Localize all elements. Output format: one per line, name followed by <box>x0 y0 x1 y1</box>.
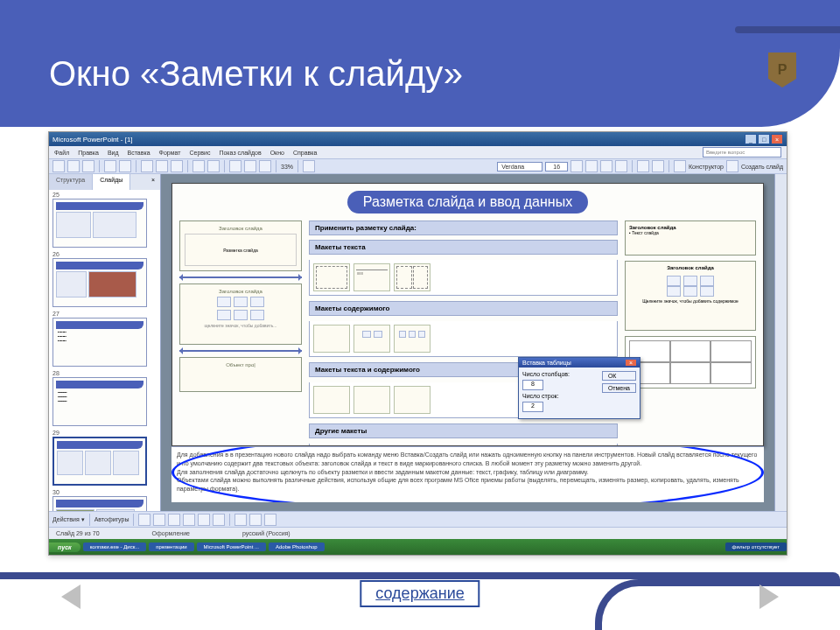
copy-icon[interactable] <box>156 160 168 172</box>
sample-slide: Объект про| <box>179 357 302 392</box>
rect-icon[interactable] <box>168 514 180 526</box>
layouts-text: ≡≡≡ <box>309 260 618 296</box>
align-center-icon[interactable] <box>652 160 664 172</box>
new-slide-label[interactable]: Создать слайд <box>741 164 783 170</box>
rows-input[interactable]: 2 <box>522 402 543 412</box>
layout-option[interactable]: ≡≡≡ <box>354 263 390 291</box>
scrollbar[interactable] <box>774 174 787 511</box>
dialog-close-icon[interactable]: × <box>626 360 636 366</box>
help-icon[interactable] <box>303 160 315 172</box>
taskbar-item[interactable]: Adobe Photoshop <box>269 542 325 551</box>
textbox-icon[interactable] <box>198 514 210 526</box>
font-name[interactable]: Verdana <box>497 162 542 172</box>
layout-option[interactable] <box>313 263 350 291</box>
font-size[interactable]: 16 <box>545 162 568 172</box>
new-icon[interactable] <box>52 160 65 172</box>
menu-edit[interactable]: Правка <box>78 150 99 156</box>
prev-slide-arrow[interactable] <box>61 584 80 609</box>
thumbnail-item[interactable]: 30 <box>52 489 157 511</box>
thumbnail-item[interactable]: 26 <box>52 251 157 307</box>
cut-icon[interactable] <box>141 160 153 172</box>
slide-editor: Разметка слайда и ввод данных Заголовок … <box>161 174 774 511</box>
thumbnail-item[interactable]: 29 <box>52 430 157 486</box>
standard-toolbar: 33% Verdana 16 Конструктор Создать слайд <box>49 158 787 174</box>
minimize-button[interactable]: _ <box>745 134 757 144</box>
menu-insert[interactable]: Вставка <box>128 150 150 156</box>
align-left-icon[interactable] <box>637 160 649 172</box>
paste-icon[interactable] <box>171 160 183 172</box>
open-icon[interactable] <box>67 160 80 172</box>
taskbar-item[interactable]: колпаки.exe - Диск... <box>83 542 147 551</box>
slide-canvas[interactable]: Разметка слайда и ввод данных Заголовок … <box>172 183 764 446</box>
chart-icon[interactable] <box>229 160 242 172</box>
design-label[interactable]: Конструктор <box>689 164 724 170</box>
oval-icon[interactable] <box>183 514 195 526</box>
layout-option[interactable] <box>394 386 430 414</box>
taskbar-item[interactable]: презентации <box>149 542 193 551</box>
taskbar-item[interactable]: Microsoft PowerPoint ... <box>197 542 266 551</box>
arrow-icon <box>179 350 302 352</box>
new-slide-icon[interactable] <box>726 160 738 172</box>
tab-slides[interactable]: Слайды <box>93 174 130 190</box>
tray[interactable]: фильтр отсутствует <box>725 542 787 551</box>
menu-format[interactable]: Формат <box>159 150 181 156</box>
autoshapes-label[interactable]: Автофигуры <box>94 516 130 522</box>
redo-icon[interactable] <box>207 160 220 172</box>
table-icon[interactable] <box>244 160 256 172</box>
menu-help[interactable]: Справка <box>293 150 317 156</box>
menu-slideshow[interactable]: Показ слайдов <box>219 150 261 156</box>
font-color-icon[interactable] <box>264 514 276 526</box>
thumbnail-item[interactable]: 27▪▪▪▪▪▪▪▪▪▪▪▪▪▪▪▪▪▪▪▪▪ <box>52 311 157 367</box>
cols-input[interactable]: 8 <box>522 380 543 390</box>
notes-pane[interactable]: Для добавления в в презентацию нового сл… <box>172 446 764 502</box>
start-button[interactable]: пуск <box>49 542 80 552</box>
arrow-icon[interactable] <box>153 514 165 526</box>
menu-window[interactable]: Окно <box>270 150 284 156</box>
pane-close-icon[interactable]: × <box>146 174 160 190</box>
layout-option[interactable] <box>354 325 390 353</box>
menu-view[interactable]: Вид <box>108 150 119 156</box>
thumbnail-list[interactable]: 25 26 27▪▪▪▪▪▪▪▪▪▪▪▪▪▪▪▪▪▪▪▪▪ 28━━━━━━━━… <box>49 190 160 511</box>
menu-tools[interactable]: Сервис <box>189 150 210 156</box>
window-titlebar: Microsoft PowerPoint - [1] _ □ × <box>49 132 787 146</box>
shadow-icon[interactable] <box>615 160 627 172</box>
inner-slide-title: Разметка слайда и ввод данных <box>347 191 588 214</box>
sample-slide: Заголовок слайдащелкните значок, чтобы д… <box>179 284 302 345</box>
italic-icon[interactable] <box>585 160 598 172</box>
preview-icon[interactable] <box>119 160 131 172</box>
callout-box: Заголовок слайда▪ Текст слайда <box>625 220 756 256</box>
section-text: Макеты текста <box>309 240 618 255</box>
bold-icon[interactable] <box>570 160 583 172</box>
cancel-button[interactable]: Отмена <box>602 383 636 393</box>
undo-icon[interactable] <box>192 160 205 172</box>
tab-outline[interactable]: Структура <box>49 174 93 190</box>
close-button[interactable]: × <box>771 134 783 144</box>
maximize-button[interactable]: □ <box>758 134 770 144</box>
line-icon[interactable] <box>138 514 150 526</box>
design-icon[interactable] <box>674 160 686 172</box>
layout-option[interactable] <box>313 386 350 414</box>
rows-label: Число строк: <box>522 393 559 399</box>
thumbnail-item[interactable]: 25 <box>52 192 157 248</box>
layout-option[interactable] <box>394 263 430 291</box>
slide-footer-line <box>0 572 840 579</box>
line-color-icon[interactable] <box>249 514 262 526</box>
wordart-icon[interactable] <box>213 514 225 526</box>
menu-file[interactable]: Файл <box>54 150 69 156</box>
thumbnail-item[interactable]: 28━━━━━━━━━━━━━━━ <box>52 370 157 426</box>
ok-button[interactable]: ОК <box>602 371 636 381</box>
callout-box: Заголовок слайдаЩелкните значок, чтобы д… <box>625 261 756 331</box>
hyperlink-icon[interactable] <box>259 160 271 172</box>
next-slide-arrow[interactable] <box>760 584 779 609</box>
fill-color-icon[interactable] <box>234 514 247 526</box>
ask-question-box[interactable]: Введите вопрос <box>703 147 781 158</box>
layout-option[interactable] <box>394 325 430 353</box>
zoom-value[interactable]: 33% <box>281 164 293 170</box>
print-icon[interactable] <box>104 160 116 172</box>
contents-button[interactable]: содержание <box>360 580 480 607</box>
layout-option[interactable] <box>313 325 350 353</box>
underline-icon[interactable] <box>600 160 612 172</box>
layout-option[interactable] <box>354 386 390 414</box>
status-design: Оформление <box>152 530 190 536</box>
save-icon[interactable] <box>82 160 94 172</box>
